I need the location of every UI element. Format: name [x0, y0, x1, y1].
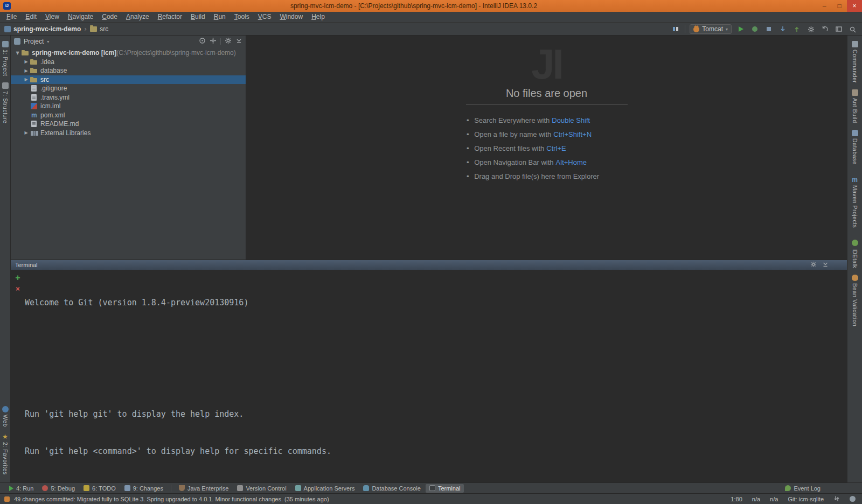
folder-icon [21, 48, 30, 57]
menu-item-vcs[interactable]: VCS [254, 12, 276, 22]
toolwindow-button-maven-projects[interactable]: m Maven Projects [852, 173, 858, 231]
restore-layout-icon[interactable] [834, 24, 844, 34]
tree-item-root[interactable]: spring-mvc-icm-demo [icm] (C:\Projects\g… [11, 48, 246, 58]
toolwindow-button-project[interactable]: 1: Project [2, 38, 9, 79]
toolwindow-button-changes[interactable]: 9: Changes [121, 484, 167, 493]
changes-columns-icon[interactable] [671, 24, 680, 34]
collapse-arrow-icon[interactable] [23, 59, 30, 64]
collapse-arrow-icon[interactable] [23, 68, 30, 73]
menu-bar: File Edit View Navigate Code Analyze Ref… [0, 12, 862, 23]
line-separator-widget[interactable]: n/a [770, 496, 778, 502]
caret-position-widget[interactable]: 1:80 [731, 496, 742, 502]
run-button[interactable] [736, 24, 746, 34]
toolwindow-button-version-control[interactable]: Version Control [233, 484, 290, 493]
git-branch-widget[interactable]: Git: icm-sqlite [788, 496, 824, 502]
file-icon [30, 84, 38, 93]
toolwindow-button-application-servers[interactable]: Application Servers [291, 484, 359, 493]
menu-item-help[interactable]: Help [307, 12, 329, 22]
close-session-icon[interactable]: × [16, 285, 20, 293]
status-message-icon [4, 496, 10, 502]
close-button[interactable]: × [847, 0, 862, 12]
bottom-tool-stripe: 4: Run 5: Debug 6: TODO 9: Changes Java … [0, 482, 862, 493]
terminal-header[interactable]: Terminal [11, 260, 847, 270]
structure-toolwindow-icon [2, 82, 9, 89]
run-config-selector[interactable]: Tomcat ▾ [690, 24, 732, 34]
toolwindow-button-todo[interactable]: 6: TODO [80, 484, 120, 493]
toolwindow-button-ant-build[interactable]: Ant Build [852, 86, 858, 127]
event-log-button[interactable]: Event Log [781, 484, 824, 493]
hide-panel-icon[interactable] [235, 37, 242, 46]
center-column: Project ▾ [11, 36, 847, 482]
toolwindow-button-web[interactable]: Web [2, 403, 9, 430]
shortcut-label: Double Shift [552, 116, 590, 124]
menu-item-tools[interactable]: Tools [230, 12, 254, 22]
toolwindow-button-favorites[interactable]: ★ 2: Favorites [2, 430, 9, 478]
run-coverage-button[interactable] [750, 24, 760, 34]
maximize-button[interactable]: □ [832, 0, 847, 12]
toolwindow-button-run[interactable]: 4: Run [5, 484, 37, 493]
menu-item-code[interactable]: Code [98, 12, 122, 22]
tree-item-icm-iml[interactable]: icm.iml [11, 102, 246, 111]
status-message[interactable]: 49 changes committed: Migrated fully to … [14, 496, 329, 502]
menu-item-analyze[interactable]: Analyze [122, 12, 154, 22]
terminal-output[interactable]: Welcome to Git (version 1.8.4-preview201… [25, 270, 847, 482]
toolwindow-button-structure[interactable]: 7: Structure [2, 79, 9, 127]
menu-item-window[interactable]: Window [275, 12, 307, 22]
settings-gear-icon[interactable] [225, 37, 232, 46]
toolwindow-button-debug[interactable]: 5: Debug [38, 484, 79, 493]
menu-item-edit[interactable]: Edit [21, 12, 41, 22]
project-panel-title[interactable]: Project [24, 38, 44, 45]
editor-area: JI No files are open Search Everywhere w… [246, 36, 847, 260]
vcs-commit-button[interactable] [792, 24, 802, 34]
toolwindow-button-bean-validation[interactable]: Bean Validation [852, 271, 858, 330]
back-arrow-icon[interactable] [820, 24, 830, 34]
vcs-update-button[interactable] [778, 24, 788, 34]
tree-item-gitignore[interactable]: .gitignore [11, 84, 246, 93]
menu-item-build[interactable]: Build [186, 12, 210, 22]
locate-icon[interactable] [210, 37, 217, 46]
tree-item-pom-xml[interactable]: pom.xml [11, 111, 246, 120]
hector-inspection-icon[interactable] [850, 496, 856, 502]
collapse-arrow-icon[interactable] [23, 130, 30, 135]
minimize-button[interactable]: – [817, 0, 832, 12]
scroll-from-source-icon[interactable] [199, 37, 206, 46]
new-session-icon[interactable]: + [15, 274, 20, 282]
tomcat-icon [693, 26, 699, 32]
breadcrumb-src[interactable]: src [90, 25, 108, 33]
chevron-down-icon: ▾ [726, 27, 728, 32]
make-project-button[interactable] [764, 24, 774, 34]
version-control-icon [237, 485, 243, 491]
menu-item-refactor[interactable]: Refactor [154, 12, 186, 22]
toolwindow-button-database[interactable]: Database [852, 127, 858, 168]
tree-item-external-libraries[interactable]: External Libraries [11, 129, 246, 138]
tree-item-idea[interactable]: .idea [11, 58, 246, 67]
menu-item-file[interactable]: File [2, 12, 21, 22]
tree-item-database[interactable]: database [11, 66, 246, 75]
toolwindow-button-commander[interactable]: Commander [852, 38, 858, 86]
settings-gear-icon[interactable] [810, 261, 817, 269]
favorites-star-icon: ★ [2, 433, 8, 440]
menu-item-navigate[interactable]: Navigate [64, 12, 98, 22]
menu-item-run[interactable]: Run [210, 12, 230, 22]
project-tab-icon [14, 38, 20, 45]
encoding-widget[interactable]: n/a [752, 496, 760, 502]
tree-item-readme-md[interactable]: README.md [11, 120, 246, 129]
search-everywhere-icon[interactable] [848, 25, 858, 34]
collapse-arrow-icon[interactable] [23, 77, 30, 82]
line-endings-icon[interactable] [833, 495, 840, 503]
expand-arrow-icon[interactable] [14, 51, 21, 55]
tree-item-src[interactable]: src [11, 75, 246, 85]
toolwindow-button-java-enterprise[interactable]: Java Enterprise [175, 484, 232, 493]
toolwindow-button-terminal[interactable]: Terminal [426, 484, 464, 493]
hide-panel-icon[interactable] [822, 261, 829, 269]
menu-item-view[interactable]: View [41, 12, 64, 22]
toolwindow-button-idetalk[interactable]: IDEtalk [852, 236, 858, 271]
tree-item-travis-yml[interactable]: .travis.yml [11, 93, 246, 102]
tip-search-everywhere: Search Everywhere withDouble Shift [466, 114, 628, 128]
settings-gear-icon[interactable] [806, 24, 816, 34]
chevron-down-icon[interactable]: ▾ [47, 39, 49, 44]
toolwindow-button-database-console[interactable]: Database Console [359, 484, 425, 493]
breadcrumb-project[interactable]: spring-mvc-icm-demo [4, 25, 81, 33]
tip-open-file: Open a file by name withCtrl+Shift+N [466, 128, 628, 142]
window-title: spring-mvc-icm-demo - [C:\Projects\githu… [11, 2, 817, 10]
